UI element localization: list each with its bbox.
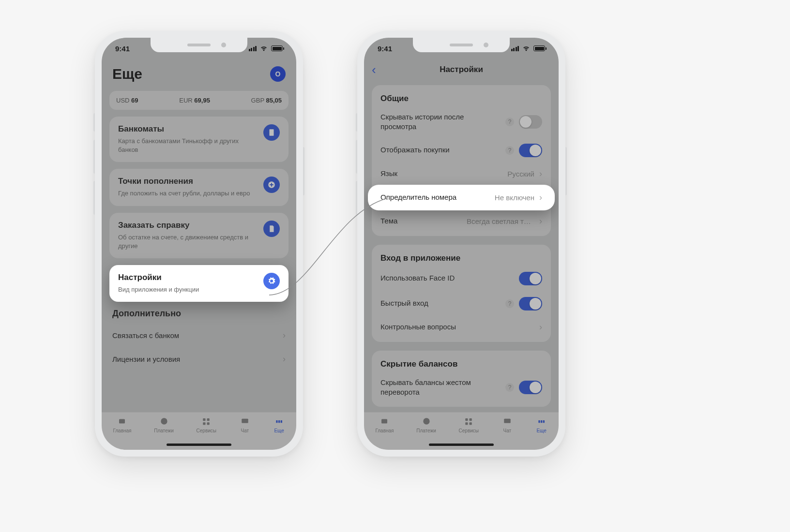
- payments-icon: [421, 416, 432, 426]
- svg-rect-17: [466, 418, 468, 421]
- row-face-id[interactable]: Использовать Face ID: [372, 266, 551, 291]
- toggle[interactable]: [519, 297, 542, 310]
- rate-value: 69,95: [194, 97, 210, 104]
- svg-rect-11: [242, 419, 248, 423]
- card-atms[interactable]: Банкоматы Карта с банкоматами Тинькофф и…: [109, 117, 289, 162]
- card-title: Настройки: [118, 273, 258, 282]
- svg-point-16: [423, 418, 429, 424]
- nav-bar: ‹ Настройки: [364, 59, 559, 80]
- row-hide-balances-flip[interactable]: Скрывать балансы жестом переворота ?: [372, 372, 551, 403]
- row-label: Контрольные вопросы: [380, 322, 539, 332]
- status-time: 9:41: [378, 44, 392, 53]
- row-show-purchases[interactable]: Отображать покупки ?: [372, 138, 551, 163]
- group-general: Общие Скрывать истории после просмотра ?…: [372, 85, 551, 236]
- atm-icon: [263, 124, 280, 141]
- home-indicator[interactable]: [429, 443, 494, 446]
- chat-icon: [239, 416, 251, 426]
- svg-rect-15: [381, 419, 387, 424]
- chevron-right-icon: ›: [539, 192, 542, 203]
- signal-icon: [249, 46, 257, 51]
- tab-label: Главная: [375, 428, 394, 433]
- row-label: Тема: [380, 216, 467, 226]
- svg-rect-5: [119, 419, 125, 424]
- phone-left: 9:41 Еще O USD 69 EUR 69,95 GBP 85,05: [95, 31, 303, 457]
- plus-icon: [263, 177, 280, 193]
- row-language[interactable]: Язык Русский ›: [372, 163, 551, 185]
- card-title: Заказать справку: [118, 221, 258, 230]
- tab-bar: Главная Платежи Сервисы Чат Еще: [364, 412, 559, 450]
- row-caller-id[interactable]: Определитель номера Не включен ›: [368, 185, 555, 210]
- chevron-right-icon: ›: [539, 169, 542, 179]
- row-contact-bank[interactable]: Связаться с банком ›: [102, 324, 296, 347]
- profile-avatar[interactable]: O: [270, 66, 286, 82]
- phone2-content: ‹ Настройки Общие Скрывать истории после…: [364, 38, 559, 450]
- row-label: Скрывать истории после просмотра: [380, 112, 505, 132]
- rate-code: EUR: [179, 97, 192, 104]
- phone-right: 9:41 ‹ Настройки Общие Скрывать истории …: [357, 31, 565, 457]
- toggle[interactable]: [519, 381, 542, 394]
- card-settings[interactable]: Настройки Вид приложения и функции: [109, 265, 289, 302]
- help-icon[interactable]: ?: [505, 118, 514, 126]
- nav-title: Настройки: [440, 65, 483, 74]
- tab-home[interactable]: Главная: [113, 416, 131, 433]
- group-title: Общие: [372, 89, 551, 106]
- card-title: Точки пополнения: [118, 177, 258, 186]
- home-indicator[interactable]: [167, 443, 231, 446]
- tab-label: Сервисы: [459, 428, 479, 433]
- tab-more[interactable]: Еще: [536, 416, 547, 433]
- svg-rect-18: [470, 418, 472, 421]
- svg-point-6: [161, 418, 167, 424]
- wifi-icon: [259, 44, 268, 53]
- row-security-questions[interactable]: Контрольные вопросы ›: [372, 316, 551, 338]
- row-licenses[interactable]: Лицензии и условия ›: [102, 347, 296, 371]
- battery-icon: [533, 45, 545, 51]
- gear-icon: [263, 273, 280, 289]
- group-title: Вход в приложение: [372, 249, 551, 266]
- row-theme[interactable]: Тема Всегда светлая тема ›: [372, 210, 551, 232]
- tab-payments[interactable]: Платежи: [154, 416, 174, 433]
- svg-rect-8: [207, 418, 210, 421]
- back-button[interactable]: ‹: [372, 62, 376, 77]
- tab-chat[interactable]: Чат: [239, 416, 251, 433]
- toggle[interactable]: [519, 272, 542, 285]
- stage: 9:41 Еще O USD 69 EUR 69,95 GBP 85,05: [0, 0, 790, 532]
- row-hide-stories[interactable]: Скрывать истории после просмотра ?: [372, 106, 551, 138]
- help-icon[interactable]: ?: [505, 383, 514, 392]
- card-statement[interactable]: Заказать справку Об остатке на счете, с …: [109, 213, 289, 258]
- group-title: Скрытие балансов: [372, 355, 551, 372]
- group-hide-balances: Скрытие балансов Скрывать балансы жестом…: [372, 351, 551, 407]
- svg-rect-19: [466, 422, 468, 425]
- tab-label: Главная: [113, 428, 131, 433]
- toggle[interactable]: [519, 144, 542, 157]
- card-subtitle: Об остатке на счете, с движением средств…: [118, 233, 258, 251]
- help-icon[interactable]: ?: [505, 146, 514, 155]
- tab-label: Чат: [241, 428, 249, 433]
- document-icon: [263, 221, 280, 237]
- currency-bar[interactable]: USD 69 EUR 69,95 GBP 85,05: [109, 91, 289, 110]
- tab-payments[interactable]: Платежи: [416, 416, 436, 433]
- services-icon: [200, 416, 212, 426]
- tab-services[interactable]: Сервисы: [197, 416, 216, 433]
- tab-home[interactable]: Главная: [375, 416, 394, 433]
- rate-code: USD: [116, 97, 129, 104]
- tab-chat[interactable]: Чат: [501, 416, 513, 433]
- svg-rect-1: [270, 130, 273, 132]
- help-icon[interactable]: ?: [505, 299, 514, 308]
- svg-rect-21: [504, 419, 511, 423]
- chevron-right-icon: ›: [539, 216, 542, 226]
- card-topup[interactable]: Точки пополнения Где положить на счет ру…: [109, 169, 289, 206]
- svg-rect-10: [207, 422, 210, 425]
- row-quick-login[interactable]: Быстрый вход ?: [372, 291, 551, 316]
- rate-value: 69: [131, 97, 138, 104]
- svg-rect-14: [280, 420, 282, 423]
- tab-more[interactable]: Еще: [273, 416, 285, 433]
- chevron-right-icon: ›: [539, 322, 542, 332]
- svg-rect-4: [271, 229, 273, 229]
- toggle[interactable]: [519, 115, 542, 129]
- card-title: Банкоматы: [118, 124, 258, 134]
- svg-rect-23: [541, 420, 542, 423]
- svg-rect-7: [203, 418, 206, 421]
- tab-services[interactable]: Сервисы: [459, 416, 479, 433]
- rate-code: GBP: [251, 97, 264, 104]
- payments-icon: [158, 416, 170, 426]
